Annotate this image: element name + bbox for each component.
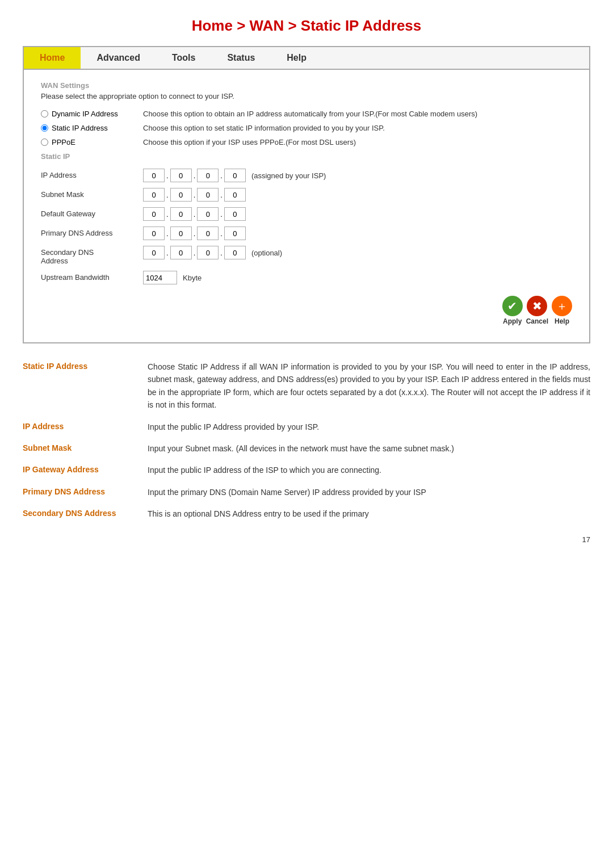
apply-label: Apply <box>503 317 522 325</box>
wan-settings-title: WAN Settings <box>41 81 572 90</box>
subnet-mask-label: Subnet Mask <box>41 188 143 199</box>
desc-secondary-dns: Secondary DNS Address This is an optiona… <box>23 508 590 520</box>
desc-secondary-dns-term: Secondary DNS Address <box>23 508 148 519</box>
action-row: ✔ Apply ✖ Cancel ＋ Help <box>41 296 572 325</box>
desc-static-ip-def: Choose Static IP Address if all WAN IP i… <box>148 360 590 412</box>
ip-octet3[interactable] <box>197 169 219 182</box>
cancel-icon: ✖ <box>527 296 547 316</box>
dynamic-ip-option: Dynamic IP Address Choose this option to… <box>41 110 572 118</box>
nav-home[interactable]: Home <box>24 47 81 69</box>
upstream-bandwidth-inputs: Kbyte <box>143 271 201 284</box>
ip-octet4[interactable] <box>224 169 246 182</box>
dynamic-ip-desc: Choose this option to obtain an IP addre… <box>143 110 572 118</box>
static-ip-option: Static IP Address Choose this option to … <box>41 124 572 132</box>
subnet-octet3[interactable] <box>197 188 219 202</box>
subnet-mask-inputs: . . . <box>143 188 246 202</box>
main-panel: WAN Settings Please select the appropria… <box>23 70 590 343</box>
nav-advanced[interactable]: Advanced <box>81 47 156 69</box>
primary-dns-row: Primary DNS Address . . . <box>41 227 572 240</box>
desc-subnet-mask-term: Subnet Mask <box>23 442 148 454</box>
pdns-octet3[interactable] <box>197 227 219 240</box>
page-number: 17 <box>23 535 590 544</box>
desc-primary-dns-term: Primary DNS Address <box>23 486 148 498</box>
secondary-dns-label: Secondary DNSAddress <box>41 246 143 265</box>
gateway-octet4[interactable] <box>224 207 246 221</box>
desc-ip-address: IP Address Input the public IP Address p… <box>23 421 590 433</box>
pppoe-desc: Choose this option if your ISP uses PPPo… <box>143 138 572 146</box>
static-ip-desc: Choose this option to set static IP info… <box>143 124 572 132</box>
upstream-bandwidth-label: Upstream Bandwidth <box>41 271 143 282</box>
pppoe-option: PPPoE Choose this option if your ISP use… <box>41 138 572 146</box>
subnet-octet2[interactable] <box>170 188 192 202</box>
static-ip-section-title: Static IP <box>41 152 572 161</box>
desc-ip-gateway-def: Input the public IP address of the ISP t… <box>148 464 590 476</box>
default-gateway-row: Default Gateway . . . <box>41 207 572 221</box>
desc-primary-dns: Primary DNS Address Input the primary DN… <box>23 486 590 498</box>
desc-subnet-mask: Subnet Mask Input your Subnet mask. (All… <box>23 442 590 455</box>
dynamic-ip-label: Dynamic IP Address <box>52 110 118 118</box>
desc-secondary-dns-def: This is an optional DNS Address entry to… <box>148 508 590 520</box>
descriptions-section: Static IP Address Choose Static IP Addre… <box>23 360 590 530</box>
ip-address-label: IP Address <box>41 169 143 179</box>
secondary-dns-inputs: . . . (optional) <box>143 246 282 259</box>
gateway-octet1[interactable] <box>143 207 165 221</box>
primary-dns-label: Primary DNS Address <box>41 227 143 237</box>
desc-primary-dns-def: Input the primary DNS (Domain Name Serve… <box>148 486 590 498</box>
secondary-dns-note: (optional) <box>251 249 282 257</box>
nav-status[interactable]: Status <box>211 47 271 69</box>
ip-note: (assigned by your ISP) <box>251 171 326 180</box>
ip-octet1[interactable] <box>143 169 165 182</box>
sdns-octet4[interactable] <box>224 246 246 259</box>
nav-bar: Home Advanced Tools Status Help <box>23 46 590 70</box>
ip-address-row: IP Address . . . (assigned by your ISP) <box>41 169 572 182</box>
bandwidth-input[interactable] <box>143 271 177 284</box>
wan-settings-desc: Please select the appropriate option to … <box>41 92 572 100</box>
subnet-mask-row: Subnet Mask . . . <box>41 188 572 202</box>
sdns-octet1[interactable] <box>143 246 165 259</box>
desc-ip-gateway: IP Gateway Address Input the public IP a… <box>23 464 590 476</box>
subnet-octet1[interactable] <box>143 188 165 202</box>
apply-icon: ✔ <box>502 296 523 316</box>
cancel-button[interactable]: ✖ Cancel <box>526 296 548 325</box>
pdns-octet4[interactable] <box>224 227 246 240</box>
sdns-octet3[interactable] <box>197 246 219 259</box>
desc-static-ip: Static IP Address Choose Static IP Addre… <box>23 360 590 412</box>
pppoe-radio[interactable] <box>41 139 48 146</box>
desc-ip-address-term: IP Address <box>23 421 148 433</box>
secondary-dns-row: Secondary DNSAddress . . . (optional) <box>41 246 572 265</box>
nav-help[interactable]: Help <box>271 47 322 69</box>
pdns-octet2[interactable] <box>170 227 192 240</box>
static-ip-label: Static IP Address <box>52 124 108 132</box>
primary-dns-inputs: . . . <box>143 227 246 240</box>
apply-button[interactable]: ✔ Apply <box>502 296 523 325</box>
desc-static-ip-term: Static IP Address <box>23 360 148 372</box>
default-gateway-label: Default Gateway <box>41 207 143 218</box>
gateway-octet3[interactable] <box>197 207 219 221</box>
pdns-octet1[interactable] <box>143 227 165 240</box>
pppoe-label: PPPoE <box>52 138 75 146</box>
desc-ip-address-def: Input the public IP Address provided by … <box>148 421 590 433</box>
gateway-octet2[interactable] <box>170 207 192 221</box>
ip-octet2[interactable] <box>170 169 192 182</box>
help-label: Help <box>555 317 569 325</box>
help-button[interactable]: ＋ Help <box>552 296 572 325</box>
bandwidth-unit: Kbyte <box>183 274 201 282</box>
dynamic-ip-radio[interactable] <box>41 110 48 118</box>
sdns-octet2[interactable] <box>170 246 192 259</box>
subnet-octet4[interactable] <box>224 188 246 202</box>
desc-ip-gateway-term: IP Gateway Address <box>23 464 148 476</box>
help-icon: ＋ <box>552 296 572 316</box>
static-ip-radio[interactable] <box>41 124 48 132</box>
upstream-bandwidth-row: Upstream Bandwidth Kbyte <box>41 271 572 284</box>
nav-tools[interactable]: Tools <box>156 47 211 69</box>
default-gateway-inputs: . . . <box>143 207 246 221</box>
ip-address-inputs: . . . (assigned by your ISP) <box>143 169 326 182</box>
page-title: Home > WAN > Static IP Address <box>23 17 590 35</box>
desc-subnet-mask-def: Input your Subnet mask. (All devices in … <box>148 442 590 455</box>
cancel-label: Cancel <box>526 317 548 325</box>
